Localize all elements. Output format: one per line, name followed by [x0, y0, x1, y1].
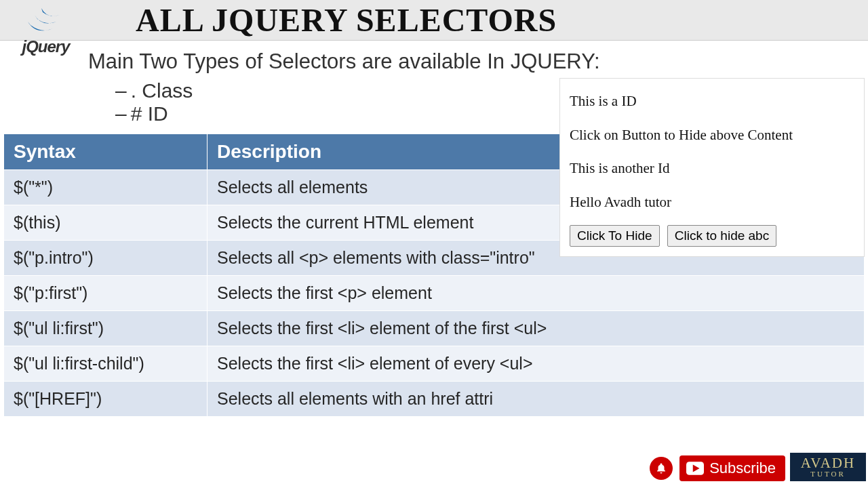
avadh-tutor-badge: AVADH TUTOR	[790, 453, 866, 481]
table-row: $("p:first")Selects the first <p> elemen…	[4, 275, 865, 310]
cell-description: Selects all elements with an href attri	[208, 381, 865, 416]
demo-panel: This is a ID Click on Button to Hide abo…	[559, 78, 865, 257]
demo-text-id: This is a ID	[570, 91, 854, 113]
col-syntax: Syntax	[4, 134, 208, 169]
cell-syntax: $("ul li:first")	[4, 310, 208, 346]
bullet-text: # ID	[131, 102, 168, 125]
cell-syntax: $("p.intro")	[4, 240, 208, 275]
cell-syntax: $("*")	[4, 169, 208, 205]
cell-description: Selects the first <li> element of every …	[208, 346, 865, 381]
table-row: $("ul li:first")Selects the first <li> e…	[4, 310, 865, 346]
demo-text-hello: Hello Avadh tutor	[570, 192, 854, 214]
cell-syntax: $("ul li:first-child")	[4, 346, 208, 381]
page-title: ALL JQUERY SELECTORS	[136, 1, 557, 39]
cell-syntax: $("p:first")	[4, 275, 208, 310]
demo-text-instruction: Click on Button to Hide above Content	[570, 125, 854, 146]
cell-syntax: $(this)	[4, 205, 208, 240]
bullet-text: . Class	[131, 79, 193, 102]
jquery-logo-text: jQuery	[7, 37, 85, 56]
jquery-logo: jQuery	[7, 0, 85, 56]
youtube-play-icon	[686, 462, 704, 475]
jquery-swoosh-icon	[22, 1, 70, 39]
subscribe-button[interactable]: Subscribe	[679, 455, 785, 481]
notification-bell-icon[interactable]	[650, 457, 673, 480]
click-to-hide-abc-button[interactable]: Click to hide abc	[667, 225, 776, 247]
badge-line1: AVADH	[801, 456, 855, 470]
cell-syntax: $("[HREF]")	[4, 381, 208, 416]
cell-description: Selects the first <p> element	[208, 275, 865, 310]
demo-text-another-id: This is another Id	[570, 158, 854, 180]
cell-description: Selects the first <li> element of the fi…	[208, 310, 865, 346]
table-row: $("[HREF]")Selects all elements with an …	[4, 381, 865, 416]
subtitle: Main Two Types of Selectors are availabl…	[88, 49, 868, 75]
click-to-hide-button[interactable]: Click To Hide	[570, 225, 660, 247]
subscribe-label: Subscribe	[709, 460, 776, 477]
badge-line2: TUTOR	[810, 470, 845, 478]
subscribe-block: Subscribe	[650, 455, 785, 481]
table-row: $("ul li:first-child")Selects the first …	[4, 346, 865, 381]
header-bar: jQuery ALL JQUERY SELECTORS	[0, 0, 868, 41]
